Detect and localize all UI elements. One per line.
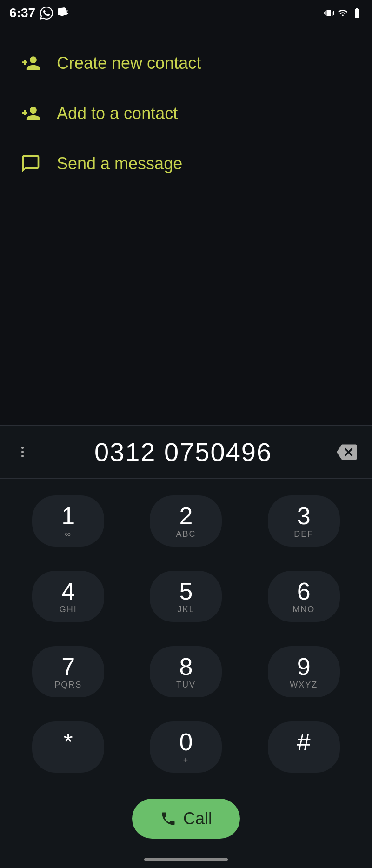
key-9-number: 9	[297, 654, 311, 680]
key-1-letters: ∞	[65, 529, 72, 539]
vibrate-icon	[324, 8, 334, 18]
key-1-circle: 1 ∞	[32, 495, 104, 547]
add-contact-label: Add to a contact	[57, 104, 178, 123]
status-bar: 6:37	[0, 0, 372, 24]
snapchat-icon	[58, 7, 71, 20]
status-left: 6:37	[9, 6, 71, 20]
key-star-circle: *	[32, 721, 104, 773]
key-3-letters: DEF	[294, 529, 313, 539]
key-9-button[interactable]: 9 WXYZ	[245, 634, 363, 709]
add-contact-item[interactable]: Add to a contact	[0, 88, 372, 139]
key-9-circle: 9 WXYZ	[268, 646, 340, 697]
key-2-circle: 2 ABC	[150, 495, 222, 547]
menu-area: Create new contact Add to a contact Send…	[0, 24, 372, 189]
send-message-icon	[19, 152, 43, 176]
key-7-letters: PQRS	[54, 680, 82, 690]
keypad: 1 ∞ 2 ABC 3 DEF 4 GHI	[0, 479, 372, 789]
key-1-number: 1	[61, 503, 75, 529]
key-0-circle: 0 +	[150, 721, 222, 773]
backspace-button[interactable]	[336, 441, 358, 463]
key-hash-button[interactable]: #	[245, 709, 363, 785]
key-0-button[interactable]: 0 +	[127, 709, 245, 785]
key-8-letters: TUV	[176, 680, 196, 690]
key-8-number: 8	[179, 654, 193, 680]
number-display: 0312 0750496	[0, 426, 372, 479]
key-4-circle: 4 GHI	[32, 571, 104, 622]
key-2-number: 2	[179, 503, 193, 529]
create-contact-item[interactable]: Create new contact	[0, 38, 372, 88]
create-contact-label: Create new contact	[57, 53, 201, 73]
dialer-container: 0312 0750496 1 ∞ 2 ABC 3 DEF	[0, 425, 372, 868]
add-contact-icon	[19, 101, 43, 126]
key-5-number: 5	[179, 578, 193, 605]
send-message-label: Send a message	[57, 154, 182, 174]
key-6-number: 6	[297, 578, 311, 605]
key-hash-circle: #	[268, 721, 340, 773]
key-5-letters: JKL	[177, 605, 194, 614]
key-4-number: 4	[61, 578, 75, 605]
whatsapp-icon	[40, 7, 53, 20]
key-8-circle: 8 TUV	[150, 646, 222, 697]
send-message-item[interactable]: Send a message	[0, 139, 372, 189]
key-6-letters: MNO	[292, 605, 315, 614]
battery-icon	[352, 7, 363, 19]
wifi-icon	[338, 8, 348, 18]
key-4-letters: GHI	[60, 605, 77, 614]
key-3-circle: 3 DEF	[268, 495, 340, 547]
key-hash-number: #	[297, 729, 311, 755]
time: 6:37	[9, 6, 35, 20]
key-9-letters: WXYZ	[290, 680, 318, 690]
key-4-button[interactable]: 4 GHI	[9, 559, 127, 634]
key-3-number: 3	[297, 503, 311, 529]
key-5-circle: 5 JKL	[150, 571, 222, 622]
key-0-number: 0	[179, 729, 193, 755]
key-5-button[interactable]: 5 JKL	[127, 559, 245, 634]
key-7-button[interactable]: 7 PQRS	[9, 634, 127, 709]
key-6-circle: 6 MNO	[268, 571, 340, 622]
call-button[interactable]: Call	[132, 799, 240, 839]
status-right	[324, 7, 363, 19]
key-star-button[interactable]: *	[9, 709, 127, 785]
phone-call-icon	[160, 810, 177, 827]
phone-number: 0312 0750496	[31, 437, 336, 467]
more-options-button[interactable]	[14, 444, 31, 460]
create-contact-icon	[19, 51, 43, 75]
call-label: Call	[183, 809, 212, 828]
key-0-letters: +	[183, 755, 189, 765]
key-star-number: *	[64, 729, 73, 755]
key-2-button[interactable]: 2 ABC	[127, 483, 245, 559]
key-6-button[interactable]: 6 MNO	[245, 559, 363, 634]
key-7-circle: 7 PQRS	[32, 646, 104, 697]
key-8-button[interactable]: 8 TUV	[127, 634, 245, 709]
key-1-button[interactable]: 1 ∞	[9, 483, 127, 559]
key-2-letters: ABC	[176, 529, 196, 539]
home-bar	[144, 858, 228, 861]
key-3-button[interactable]: 3 DEF	[245, 483, 363, 559]
key-7-number: 7	[61, 654, 75, 680]
call-area: Call	[0, 789, 372, 853]
home-indicator	[0, 853, 372, 868]
